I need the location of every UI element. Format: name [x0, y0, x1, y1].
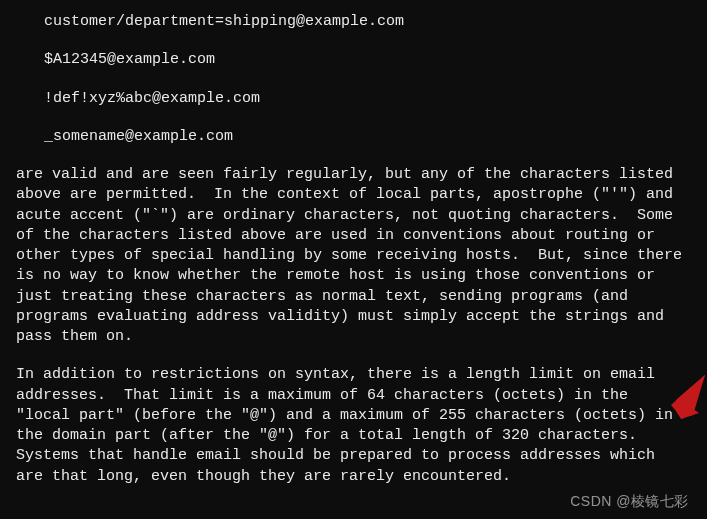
example-email: !def!xyz%abc@example.com	[44, 89, 691, 109]
document-page: customer/department=shipping@example.com…	[0, 0, 707, 487]
example-email: _somename@example.com	[44, 127, 691, 147]
body-paragraph: are valid and are seen fairly regularly,…	[16, 165, 691, 347]
example-email: customer/department=shipping@example.com	[44, 12, 691, 32]
body-paragraph: In addition to restrictions on syntax, t…	[16, 365, 691, 487]
watermark-text: CSDN @棱镜七彩	[570, 492, 689, 511]
example-email: $A12345@example.com	[44, 50, 691, 70]
annotation-arrow-icon	[671, 375, 705, 419]
